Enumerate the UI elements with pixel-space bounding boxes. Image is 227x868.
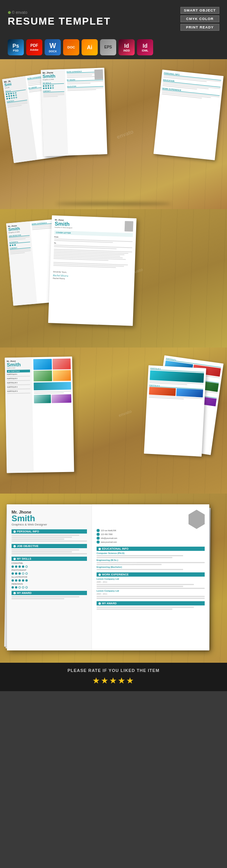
personal-info-head: PERSONAL INFO — [12, 529, 87, 534]
docx-icon: W DOCX — [45, 39, 61, 55]
resume-sheet-3: PERSONAL INFO EDUCATION WORK EXPERIENCE — [154, 70, 224, 160]
award-right-head: MY AWARD — [97, 601, 205, 605]
footer: PLEASE RATE IF YOU LIKED THE ITEM ★★★★★ — [0, 663, 227, 691]
software-icons-row: Ps PSD PDF Adobe W DOCX DOC Ai EPS Id IN… — [0, 36, 227, 59]
resume-sheet-2: Mr. Jhone Smith Graphics & Web MY SKILLS… — [41, 68, 107, 156]
badge-print-ready: PRINT READY — [180, 24, 219, 31]
job-obj-head: JOB OBJECTIVE — [12, 544, 87, 548]
contact-phone: 123 456 7890 — [97, 533, 205, 536]
skills-head: MY SKILLS — [12, 557, 87, 561]
section-4-big-resume: envato Mr. Jhone Smith Graphics & Web De… — [0, 494, 227, 663]
contact-web: www.yourmail.com — [97, 540, 205, 544]
ai-icon: Ai — [82, 39, 98, 55]
cover-letter-sheet: Mr. Jhone Smith Graphics & Web Designer … — [48, 215, 137, 326]
eps-icon: EPS — [100, 39, 116, 55]
indd-icon: Id INDD — [119, 39, 135, 55]
header-title: ⊕ © envato RESUME TEMPLET — [8, 10, 111, 27]
envato-badge: ⊕ © envato — [8, 10, 111, 15]
profile-photo — [189, 510, 205, 529]
star-rating: ★★★★★ — [5, 676, 222, 686]
contact-address: 123 rue AdeliLINK — [97, 529, 205, 532]
work-exp-head: WORK EXPERIENCE — [97, 572, 205, 577]
pdf-icon: PDF Adobe — [26, 39, 42, 55]
header: ⊕ © envato RESUME TEMPLET SMART OBJECT C… — [0, 0, 227, 36]
edu-head: EDUCATIONAL INFO — [97, 547, 205, 551]
badge-cmyk: CMYK COLOR — [180, 15, 219, 22]
badge-list: SMART OBJECT CMYK COLOR PRINT READY — [180, 7, 219, 31]
portfolio-sheet-3: PORTFOLIO 4 PORTFOLIO 5 — [144, 365, 206, 457]
badge-smart-object: SMART OBJECT — [180, 7, 219, 14]
ps-icon: Ps PSD — [8, 39, 24, 55]
big-resume-sheet: Mr. Jhone Smith Graphics & Web Designer … — [7, 504, 209, 650]
award-head: MY AWARD — [12, 591, 87, 595]
section-2-cover: envato Mr. Jhone Smith Graphics & Web JO… — [0, 209, 227, 348]
big-name-smith: Smith — [12, 514, 87, 523]
big-subtitle: Graphics & Web Designer — [12, 523, 87, 526]
contact-email: info@yourmail.com — [97, 537, 205, 540]
idml-icon: Id IDML — [137, 39, 153, 55]
page-title: RESUME TEMPLET — [8, 15, 111, 27]
doc-icon: DOC — [63, 39, 79, 55]
section-3-portfolio: envato Mr. Jhone Smith Graphics & Web MY… — [0, 348, 227, 494]
footer-text: PLEASE RATE IF YOU LIKED THE ITEM — [5, 668, 222, 673]
portfolio-sheet-main: Mr. Jhone Smith Graphics & Web MY PORTFO… — [5, 356, 74, 473]
section-1-resumes: envato Mr. Jh Smi G & W SKILLS CONTACT W… — [0, 59, 227, 209]
